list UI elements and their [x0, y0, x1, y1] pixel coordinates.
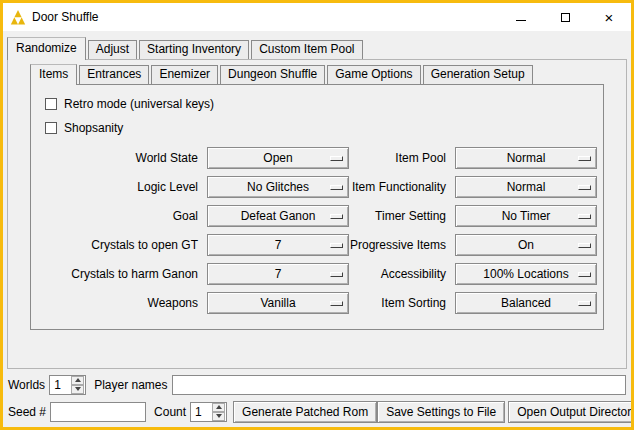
progressive-items-dropdown[interactable]: On	[455, 234, 597, 256]
crystals-harm-ganon-value: 7	[275, 267, 282, 281]
logic-level-dropdown[interactable]: No Glitches	[207, 176, 349, 198]
shopsanity-row: Shopsanity	[45, 117, 603, 139]
tab-generation-setup[interactable]: Generation Setup	[423, 65, 533, 84]
items-pane: Retro mode (universal keys) Shopsanity W…	[30, 84, 604, 330]
dropdown-indicator-icon	[578, 214, 591, 219]
minimize-icon	[516, 20, 526, 21]
maximize-button[interactable]	[543, 3, 587, 31]
tab-starting-inventory[interactable]: Starting Inventory	[139, 40, 249, 59]
inner-tab-bar: Items Entrances Enemizer Dungeon Shuffle…	[30, 63, 626, 84]
down-arrow-icon	[75, 387, 81, 391]
randomize-pane: Items Entrances Enemizer Dungeon Shuffle…	[7, 59, 627, 369]
up-arrow-icon	[216, 405, 222, 409]
tab-game-options[interactable]: Game Options	[327, 65, 420, 84]
dropdown-indicator-icon	[578, 272, 591, 277]
app-icon	[10, 9, 26, 25]
goal-value: Defeat Ganon	[241, 209, 316, 223]
tab-dungeon-shuffle[interactable]: Dungeon Shuffle	[220, 65, 325, 84]
item-pool-dropdown[interactable]: Normal	[455, 147, 597, 169]
player-names-input[interactable]	[172, 375, 627, 395]
app-window: Door Shuffle × Randomize Adjust Starting…	[0, 0, 634, 430]
progressive-items-label: Progressive Items	[349, 238, 455, 252]
save-settings-button[interactable]: Save Settings to File	[377, 401, 505, 423]
retro-mode-checkbox[interactable]	[45, 98, 57, 110]
dropdown-indicator-icon	[330, 243, 343, 248]
progressive-items-value: On	[518, 238, 534, 252]
worlds-spin-up-button[interactable]	[71, 376, 84, 385]
count-spin-down-button[interactable]	[212, 412, 225, 421]
shopsanity-label: Shopsanity	[64, 121, 123, 135]
item-pool-label: Item Pool	[349, 151, 455, 165]
window-title: Door Shuffle	[32, 10, 99, 24]
worlds-spinner	[49, 375, 86, 395]
shopsanity-checkbox[interactable]	[45, 122, 57, 134]
dropdown-indicator-icon	[578, 243, 591, 248]
dropdown-indicator-icon	[330, 156, 343, 161]
outer-tab-bar: Randomize Adjust Starting Inventory Cust…	[7, 36, 631, 59]
tab-items[interactable]: Items	[30, 64, 77, 85]
tab-randomize[interactable]: Randomize	[7, 37, 86, 60]
count-spinner	[190, 402, 227, 422]
dropdown-indicator-icon	[578, 185, 591, 190]
minimize-button[interactable]	[499, 3, 543, 31]
down-arrow-icon	[216, 414, 222, 418]
goal-dropdown[interactable]: Defeat Ganon	[207, 205, 349, 227]
timer-setting-value: No Timer	[502, 209, 551, 223]
dropdown-indicator-icon	[578, 301, 591, 306]
accessibility-dropdown[interactable]: 100% Locations	[455, 263, 597, 285]
seed-input[interactable]	[50, 402, 146, 422]
weapons-dropdown[interactable]: Vanilla	[207, 292, 349, 314]
tab-entrances[interactable]: Entrances	[79, 65, 149, 84]
worlds-row: Worlds Player names	[8, 373, 626, 396]
dropdown-indicator-icon	[330, 214, 343, 219]
window-body: Randomize Adjust Starting Inventory Cust…	[3, 31, 631, 428]
retro-mode-row: Retro mode (universal keys)	[45, 93, 603, 115]
close-button[interactable]: ×	[587, 3, 631, 31]
world-state-value: Open	[263, 151, 292, 165]
worlds-input[interactable]	[50, 376, 71, 394]
worlds-spin-down-button[interactable]	[71, 385, 84, 394]
timer-setting-label: Timer Setting	[349, 209, 455, 223]
options-grid: World State Open Item Pool Normal Logic …	[37, 147, 597, 314]
dropdown-indicator-icon	[578, 156, 591, 161]
worlds-label: Worlds	[8, 378, 45, 392]
close-icon: ×	[605, 10, 614, 25]
worlds-spin-arrows	[71, 376, 84, 394]
maximize-icon	[561, 13, 570, 22]
item-sorting-dropdown[interactable]: Balanced	[455, 292, 597, 314]
crystals-harm-ganon-label: Crystals to harm Ganon	[37, 267, 207, 281]
seed-row: Seed # Count Generate Patched Rom Save S…	[8, 400, 626, 423]
logic-level-label: Logic Level	[37, 180, 207, 194]
item-functionality-label: Item Functionality	[349, 180, 455, 194]
count-input[interactable]	[191, 403, 212, 421]
generate-patched-rom-button[interactable]: Generate Patched Rom	[233, 401, 377, 423]
world-state-label: World State	[37, 151, 207, 165]
world-state-dropdown[interactable]: Open	[207, 147, 349, 169]
crystals-open-gt-label: Crystals to open GT	[37, 238, 207, 252]
logic-level-value: No Glitches	[247, 180, 309, 194]
player-names-label: Player names	[94, 378, 167, 392]
timer-setting-dropdown[interactable]: No Timer	[455, 205, 597, 227]
weapons-value: Vanilla	[260, 296, 295, 310]
tab-adjust[interactable]: Adjust	[88, 40, 137, 59]
item-sorting-value: Balanced	[501, 296, 551, 310]
item-functionality-dropdown[interactable]: Normal	[455, 176, 597, 198]
open-output-directory-button[interactable]: Open Output Directory	[508, 401, 634, 423]
weapons-label: Weapons	[37, 296, 207, 310]
retro-mode-label: Retro mode (universal keys)	[64, 97, 214, 111]
item-sorting-label: Item Sorting	[349, 296, 455, 310]
accessibility-value: 100% Locations	[483, 267, 568, 281]
dropdown-indicator-icon	[330, 185, 343, 190]
titlebar[interactable]: Door Shuffle ×	[3, 3, 631, 31]
count-spin-up-button[interactable]	[212, 403, 225, 412]
seed-label: Seed #	[8, 405, 46, 419]
tab-enemizer[interactable]: Enemizer	[151, 65, 218, 84]
accessibility-label: Accessibility	[349, 267, 455, 281]
tab-custom-item-pool[interactable]: Custom Item Pool	[251, 40, 362, 59]
dropdown-indicator-icon	[330, 272, 343, 277]
dropdown-indicator-icon	[330, 301, 343, 306]
up-arrow-icon	[75, 378, 81, 382]
count-spin-arrows	[212, 403, 225, 421]
crystals-open-gt-dropdown[interactable]: 7	[207, 234, 349, 256]
crystals-harm-ganon-dropdown[interactable]: 7	[207, 263, 349, 285]
